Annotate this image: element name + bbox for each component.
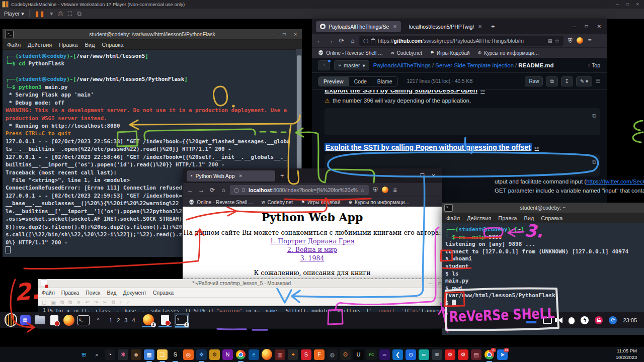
pause-caret-icon[interactable]: ▾: [50, 10, 53, 17]
toolbar-icon[interactable]: ▢: [42, 300, 46, 305]
maximize-button[interactable]: □: [585, 24, 588, 29]
chrome-profile-icon[interactable]: A: [484, 349, 495, 360]
tab-python-web-app[interactable]: • Python Web App ✕: [187, 170, 275, 182]
bookmark-star-icon[interactable]: ☆: [360, 187, 365, 193]
minimize-button[interactable]: –: [272, 32, 275, 37]
teal-app-icon[interactable]: ∞: [419, 349, 429, 360]
menu-item-Вид[interactable]: Вид: [524, 215, 534, 221]
app-menu-icon[interactable]: ▦: [19, 314, 32, 327]
extension-shield-icon[interactable]: ⛨: [371, 187, 380, 194]
home-icon[interactable]: ⌂: [348, 37, 357, 44]
mousepad-launcher-icon[interactable]: [48, 314, 61, 327]
view-tab-code[interactable]: Code: [349, 77, 372, 86]
edit-pencil-icon[interactable]: ✎ ▾: [576, 76, 592, 86]
back-icon[interactable]: ←: [186, 187, 195, 194]
left-terminal-titlebar[interactable]: >_ student@codeby: /var/www/html/lesson5…: [3, 29, 302, 40]
shazam-icon[interactable]: S: [301, 349, 311, 360]
obsidian-icon[interactable]: S: [170, 349, 181, 360]
tab-localhost-phptwig[interactable]: localhost/lesson5/PHPTwig/ ✕: [405, 21, 486, 32]
toolbar-icon[interactable]: ✂: [103, 300, 107, 305]
unreal-icon[interactable]: U: [353, 349, 364, 360]
restore-button[interactable]: ❐: [420, 173, 425, 178]
maximize-button[interactable]: □: [439, 281, 441, 286]
menu-item-Файл[interactable]: Файл: [7, 42, 21, 48]
maximize-button[interactable]: □: [626, 2, 629, 7]
blender-icon[interactable]: ʘ: [340, 349, 351, 360]
code-block-subclasses[interactable]: ⧉ {{''.__class__.mro()[1].__subclasses__…: [325, 108, 600, 135]
minimize-button[interactable]: –: [410, 173, 413, 178]
panel-collapse-icon[interactable]: ^: [92, 314, 105, 327]
toolbar-icon[interactable]: ⧉: [68, 299, 72, 305]
bookmark-item[interactable]: ⚑Игры Кодебай: [430, 50, 470, 56]
address-bar[interactable]: ◯ 🗋 localhost:8080/index?book={%%20for%2…: [230, 185, 369, 195]
menu-item-Действия[interactable]: Действия: [28, 42, 52, 48]
volume-icon[interactable]: [558, 317, 562, 323]
terminal-windows-icon[interactable]: $_2: [175, 313, 188, 327]
address-bar[interactable]: ◯ https://github.com/swisskyrepo/Payload…: [359, 36, 564, 46]
toolbar-icon[interactable]: ⧉: [60, 299, 64, 305]
chrome-icon[interactable]: [235, 349, 246, 360]
menu-item-Справка[interactable]: Справка: [541, 215, 562, 221]
toolbar-icon[interactable]: ▣: [51, 300, 55, 305]
reader-icon[interactable]: ▤: [548, 38, 552, 43]
orange-ring-icon[interactable]: ◎: [183, 349, 194, 360]
copy-icon[interactable]: ⧉: [592, 112, 596, 120]
right-terminal-titlebar[interactable]: >_ student@codeby: ~: [442, 203, 644, 213]
shield-icon[interactable]: ◯: [363, 38, 368, 43]
toolbar-icon[interactable]: ↷: [94, 300, 98, 305]
twitter-link[interactable]: https://twitter.com/SecGus: [586, 178, 644, 185]
bookmark-item[interactable]: 💀Online - Reverse Shell …: [189, 200, 254, 205]
copy-icon[interactable]: ⧉: [592, 158, 596, 166]
reload-icon[interactable]: ⟳: [337, 37, 346, 44]
back-to-top-button[interactable]: ↑ Top: [588, 62, 607, 68]
breadcrumb-segment[interactable]: PayloadsAllTheThings: [373, 62, 431, 68]
pycharm-icon[interactable]: PC: [366, 349, 377, 360]
mail-dark-icon[interactable]: ▤: [471, 349, 481, 360]
terminal-launcher-icon[interactable]: $_: [77, 314, 90, 327]
color-wheel-icon[interactable]: ✱: [118, 349, 128, 360]
search-icon[interactable]: ⌕: [92, 349, 102, 360]
dragon-app-icon[interactable]: ≋: [432, 349, 442, 360]
edge-icon[interactable]: e: [249, 349, 259, 360]
toolbar-icon[interactable]: ↶: [86, 300, 90, 305]
shield-icon[interactable]: ◯: [234, 188, 239, 193]
dark-orb-icon[interactable]: ◍: [327, 349, 338, 360]
outline-icon[interactable]: ☰: [595, 78, 600, 84]
stats-red-icon[interactable]: ▥: [275, 349, 285, 360]
menu-item-Правка[interactable]: Правка: [59, 42, 77, 48]
pause-button[interactable]: ❚❚: [35, 11, 45, 17]
carrot-icon[interactable]: ✦: [288, 349, 298, 360]
updates-icon[interactable]: ⟳: [609, 316, 617, 324]
link-icon[interactable]: ⚯: [535, 145, 539, 151]
close-button[interactable]: ✕: [597, 24, 601, 29]
bookmark-item[interactable]: ⊕Курсы по информаци…: [478, 50, 539, 56]
firefox-account-icon[interactable]: [577, 37, 583, 44]
menu-item-Поиск[interactable]: Поиск: [86, 290, 100, 296]
home-icon[interactable]: ⌂: [219, 187, 228, 194]
bookmark-item[interactable]: wCodeby.net: [262, 200, 293, 205]
heading-popen-offset[interactable]: Exploit the SSTI by calling Popen withou…: [325, 143, 539, 151]
branch-selector[interactable]: ⑂ master ▾: [334, 60, 369, 70]
menu-item-Правка[interactable]: Правка: [61, 290, 79, 296]
tab-close-icon[interactable]: ✕: [239, 173, 243, 178]
devices-icon[interactable]: ⎙: [58, 10, 63, 17]
menu-item-Вид[interactable]: Вид: [85, 42, 95, 48]
close-button[interactable]: ×: [294, 32, 297, 37]
onenote-icon[interactable]: N: [222, 349, 233, 360]
file-explorer-icon[interactable]: ❏: [157, 349, 168, 360]
hamburger-menu-icon[interactable]: ≡: [585, 37, 594, 44]
book-link[interactable]: 2. Война и мир: [183, 246, 442, 253]
bookmark-item[interactable]: wCodeby.net: [391, 50, 422, 56]
map-pin-icon[interactable]: ⊙: [406, 349, 416, 360]
book-link[interactable]: 3. 1984: [183, 254, 442, 262]
tab-close-icon[interactable]: ✕: [393, 24, 397, 29]
file-tree-toggle-icon[interactable]: ⫶: [318, 60, 330, 70]
menu-item-Справка[interactable]: Справка: [153, 290, 174, 296]
bookmark-item[interactable]: ⚑Игры Кодебай: [301, 200, 341, 205]
menu-item-Файл[interactable]: Файл: [446, 215, 460, 221]
bookmark-item[interactable]: 💀Online - Reverse Shell …: [318, 50, 383, 56]
view-tab-preview[interactable]: Preview: [318, 77, 349, 86]
new-tab-button[interactable]: +: [491, 23, 495, 30]
codeby-logo-icon[interactable]: [4, 314, 17, 327]
build-tool-icon[interactable]: ⚙: [209, 349, 220, 360]
